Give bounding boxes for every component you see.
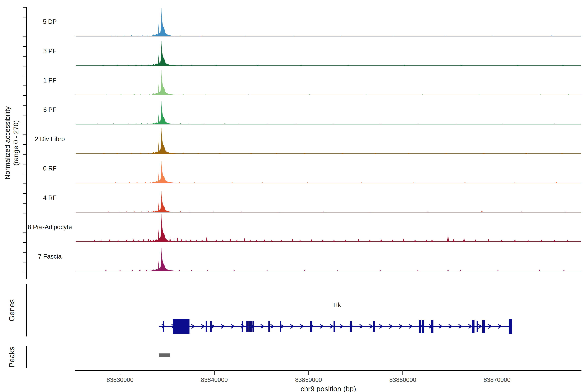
- peaks-section: Peaks: [8, 346, 170, 368]
- gene-exon: [334, 321, 335, 332]
- peak-boxes: [159, 354, 170, 357]
- gene-exon: [482, 320, 485, 333]
- genome-browser-plot: Normalized accessibility (range 0 - 270)…: [0, 0, 588, 392]
- x-tick-label: 83830000: [107, 376, 134, 383]
- gene-exon: [250, 321, 252, 332]
- accessibility-signal: [76, 161, 581, 183]
- track-label: 5 DP: [43, 18, 57, 25]
- gene-exon: [268, 321, 270, 332]
- accessibility-section: Normalized accessibility (range 0 - 270)…: [4, 7, 581, 279]
- x-axis-ticks: 8383000083840000838500008386000083870000: [107, 370, 510, 383]
- x-tick-label: 83860000: [390, 376, 416, 383]
- y-axis-ticks: [23, 7, 26, 272]
- track-label: 0 RF: [43, 165, 56, 172]
- gene-exon: [173, 319, 190, 334]
- track-label: 1 PF: [43, 77, 56, 84]
- track-7-fascia: 7 Fascia: [38, 248, 581, 271]
- track-1-pf: 1 PF: [43, 70, 581, 95]
- gene-exon: [350, 321, 352, 332]
- track-label: 4 RF: [43, 194, 56, 201]
- x-tick-label: 83870000: [484, 376, 510, 383]
- track-label: 2 Div Fibro: [35, 136, 65, 142]
- track-4-rf: 4 RF: [43, 192, 581, 212]
- genes-label: Genes: [8, 299, 16, 322]
- gene-exon: [248, 321, 250, 332]
- gene-exon: [252, 321, 254, 332]
- x-axis-title: chr9 position (bp): [300, 385, 356, 392]
- genes-section: Genes Ttk: [8, 284, 512, 336]
- accessibility-signal: [76, 70, 581, 95]
- track-label: 7 Fascia: [38, 253, 62, 260]
- track-label: 6 PF: [43, 106, 56, 113]
- gene-exon: [206, 321, 207, 332]
- gene-model: [159, 319, 512, 334]
- accessibility-signal: [76, 128, 581, 154]
- gene-exon: [419, 320, 421, 333]
- gene-exon: [422, 320, 424, 333]
- gene-exon: [476, 321, 478, 332]
- peaks-label: Peaks: [8, 346, 16, 368]
- gene-exon: [508, 319, 512, 334]
- track-label: 8 Pre-Adipocyte: [28, 224, 72, 230]
- gene-exon: [242, 321, 243, 332]
- gene-exon: [163, 321, 164, 332]
- accessibility-signal: [76, 8, 581, 36]
- accessibility-signal: [76, 192, 581, 212]
- y-axis-label-line2: (range 0 - 270): [12, 120, 20, 166]
- accessibility-signal: [76, 214, 581, 242]
- track-3-pf: 3 PF: [43, 41, 581, 66]
- gene-exon: [310, 321, 312, 332]
- peak-region-box: [159, 354, 170, 357]
- gene-exon: [280, 321, 281, 332]
- gene-name-label: Ttk: [332, 301, 341, 308]
- gene-exon: [246, 321, 248, 332]
- gene-exon: [431, 320, 433, 333]
- track-6-pf: 6 PF: [43, 102, 581, 124]
- x-tick-label: 83850000: [295, 376, 322, 383]
- x-axis: 8383000083840000838500008386000083870000…: [75, 370, 582, 392]
- track-2-div-fibro: 2 Div Fibro: [35, 128, 581, 154]
- track-0-rf: 0 RF: [43, 161, 581, 183]
- accessibility-signal: [76, 102, 581, 124]
- gene-exon: [210, 321, 212, 332]
- track-label: 3 PF: [43, 48, 56, 54]
- gene-exon: [373, 321, 375, 332]
- track-8-pre-adipocyte: 8 Pre-Adipocyte: [28, 214, 581, 242]
- accessibility-signal: [76, 248, 581, 271]
- x-tick-label: 83840000: [201, 376, 228, 383]
- tracks: 5 DP3 PF1 PF6 PF2 Div Fibro0 RF4 RF8 Pre…: [28, 8, 581, 271]
- gene-exon: [472, 320, 474, 333]
- accessibility-signal: [76, 41, 581, 66]
- track-5-dp: 5 DP: [43, 8, 581, 36]
- y-axis-label-line1: Normalized accessibility: [4, 106, 11, 180]
